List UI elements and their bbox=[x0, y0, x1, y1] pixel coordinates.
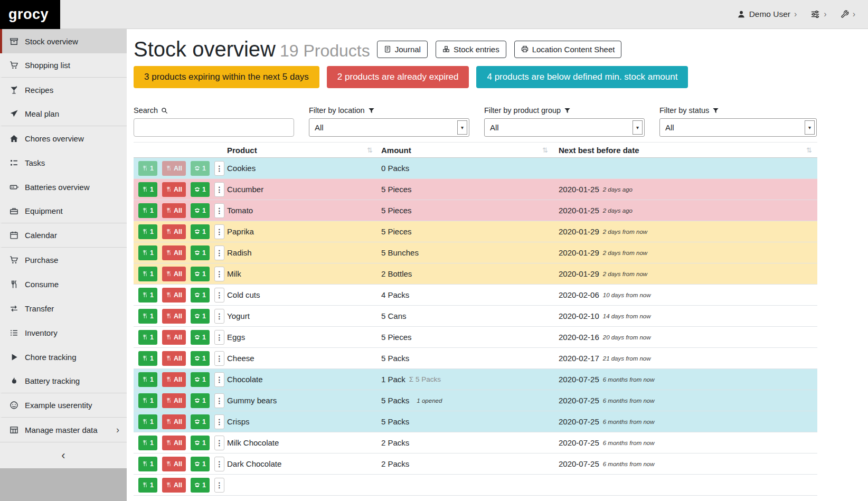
row-menu-button[interactable]: ⋮ bbox=[214, 267, 224, 281]
row-menu-button[interactable]: ⋮ bbox=[214, 203, 224, 218]
row-menu-button[interactable]: ⋮ bbox=[214, 224, 224, 239]
row-menu-button[interactable]: ⋮ bbox=[214, 309, 224, 324]
open-one-button[interactable]: 1 bbox=[191, 372, 210, 387]
sidebar-item[interactable]: Equipment bbox=[0, 199, 127, 223]
consume-all-button[interactable]: All bbox=[162, 182, 186, 197]
consume-one-button[interactable]: 1 bbox=[138, 288, 157, 303]
admin-menu[interactable]: › bbox=[841, 10, 855, 18]
consume-all-button[interactable]: All bbox=[162, 478, 186, 493]
sidebar-item[interactable]: Chores overview bbox=[0, 126, 127, 150]
consume-all-button[interactable]: All bbox=[162, 436, 186, 450]
open-one-button[interactable]: 1 bbox=[191, 267, 210, 281]
consume-one-button[interactable]: 1 bbox=[138, 161, 157, 176]
consume-all-button[interactable]: All bbox=[162, 203, 186, 218]
open-one-button[interactable]: 1 bbox=[191, 161, 210, 176]
row-menu-button[interactable]: ⋮ bbox=[214, 245, 224, 260]
open-one-button[interactable]: 1 bbox=[191, 351, 210, 366]
consume-one-button[interactable]: 1 bbox=[138, 267, 157, 281]
below-min-alert[interactable]: 4 products are below defined min. stock … bbox=[476, 66, 688, 88]
expired-alert[interactable]: 2 products are already expired bbox=[327, 66, 469, 88]
expiring-alert[interactable]: 3 products expiring within the next 5 da… bbox=[134, 66, 319, 88]
journal-button[interactable]: Journal bbox=[377, 41, 428, 58]
sidebar-item[interactable]: Manage master data › bbox=[0, 418, 127, 442]
sidebar-collapse-button[interactable]: ‹ bbox=[0, 442, 127, 468]
row-menu-button[interactable]: ⋮ bbox=[214, 288, 224, 303]
open-one-button[interactable]: 1 bbox=[191, 393, 210, 408]
open-one-button[interactable]: 1 bbox=[191, 245, 210, 260]
sidebar-item[interactable]: Transfer bbox=[0, 296, 127, 320]
consume-all-button[interactable]: All bbox=[162, 267, 186, 281]
row-menu-button[interactable]: ⋮ bbox=[214, 351, 224, 366]
consume-all-button[interactable]: All bbox=[162, 457, 186, 471]
consume-one-button[interactable]: 1 bbox=[138, 457, 157, 471]
column-header-product[interactable]: Product ⇅ bbox=[226, 146, 375, 155]
consume-one-button[interactable]: 1 bbox=[138, 372, 157, 387]
consume-all-button[interactable]: All bbox=[162, 245, 186, 260]
consume-all-button[interactable]: All bbox=[162, 224, 186, 239]
open-one-button[interactable]: 1 bbox=[191, 309, 210, 324]
consume-all-button[interactable]: All bbox=[162, 372, 186, 387]
sidebar-item[interactable]: Consume bbox=[0, 272, 127, 296]
open-one-button[interactable]: 1 bbox=[191, 288, 210, 303]
sidebar-item[interactable]: Recipes bbox=[0, 78, 127, 102]
column-header-amount[interactable]: Amount ⇅ bbox=[375, 146, 552, 155]
consume-all-button[interactable]: All bbox=[162, 309, 186, 324]
open-one-button[interactable]: 1 bbox=[191, 457, 210, 471]
open-one-button[interactable]: 1 bbox=[191, 436, 210, 450]
sidebar-item[interactable]: Shopping list bbox=[0, 53, 127, 78]
consume-one-button[interactable]: 1 bbox=[138, 245, 157, 260]
product-group-filter-select[interactable]: All ▾ bbox=[484, 118, 645, 137]
row-menu-button[interactable]: ⋮ bbox=[214, 478, 224, 493]
open-one-button[interactable]: 1 bbox=[191, 414, 210, 429]
sidebar-item[interactable]: Tasks bbox=[0, 150, 127, 175]
sidebar-item[interactable]: Purchase bbox=[0, 248, 127, 272]
consume-one-button[interactable]: 1 bbox=[138, 203, 157, 218]
row-menu-button[interactable]: ⋮ bbox=[214, 436, 224, 450]
sidebar-item[interactable]: Stock overview bbox=[0, 29, 127, 53]
consume-all-button[interactable]: All bbox=[162, 330, 186, 345]
open-one-button[interactable]: 1 bbox=[191, 182, 210, 197]
row-menu-button[interactable]: ⋮ bbox=[214, 330, 224, 345]
consume-one-button[interactable]: 1 bbox=[138, 414, 157, 429]
consume-all-button[interactable]: All bbox=[162, 393, 186, 408]
consume-one-button[interactable]: 1 bbox=[138, 393, 157, 408]
consume-all-button[interactable]: All bbox=[162, 161, 186, 176]
open-one-button[interactable]: 1 bbox=[191, 478, 210, 493]
consume-one-button[interactable]: 1 bbox=[138, 436, 157, 450]
consume-all-button[interactable]: All bbox=[162, 288, 186, 303]
consume-one-button[interactable]: 1 bbox=[138, 224, 157, 239]
location-filter-select[interactable]: All ▾ bbox=[309, 118, 469, 137]
row-menu-button[interactable]: ⋮ bbox=[214, 161, 224, 176]
open-one-button[interactable]: 1 bbox=[191, 224, 210, 239]
consume-all-button[interactable]: All bbox=[162, 351, 186, 366]
row-menu-button[interactable]: ⋮ bbox=[214, 414, 224, 429]
sidebar-item[interactable]: Chore tracking bbox=[0, 345, 127, 369]
consume-one-button[interactable]: 1 bbox=[138, 309, 157, 324]
consume-one-button[interactable]: 1 bbox=[138, 330, 157, 345]
open-one-button[interactable]: 1 bbox=[191, 330, 210, 345]
row-menu-button[interactable]: ⋮ bbox=[214, 182, 224, 197]
row-menu-button[interactable]: ⋮ bbox=[214, 393, 224, 408]
row-menu-button[interactable]: ⋮ bbox=[214, 457, 224, 471]
sidebar-item[interactable]: Battery tracking bbox=[0, 369, 127, 393]
sidebar-item[interactable]: Example userentity bbox=[0, 393, 127, 418]
consume-one-button[interactable]: 1 bbox=[138, 351, 157, 366]
stock-entries-button[interactable]: Stock entries bbox=[436, 41, 506, 58]
sidebar-item[interactable]: Inventory bbox=[0, 320, 127, 345]
search-input[interactable] bbox=[134, 118, 294, 137]
open-one-button[interactable]: 1 bbox=[191, 203, 210, 218]
settings-menu[interactable]: › bbox=[810, 10, 826, 19]
column-header-best-before[interactable]: Next best before date ⇅ bbox=[552, 146, 817, 155]
sidebar-item[interactable]: Batteries overview bbox=[0, 175, 127, 199]
consume-all-button[interactable]: All bbox=[162, 414, 186, 429]
main-content: Stock overview19 Products Journal Stock … bbox=[127, 29, 817, 496]
consume-one-button[interactable]: 1 bbox=[138, 182, 157, 197]
sidebar-item[interactable]: Meal plan bbox=[0, 102, 127, 126]
location-content-sheet-button[interactable]: Location Content Sheet bbox=[514, 41, 622, 58]
consume-one-button[interactable]: 1 bbox=[138, 478, 157, 493]
user-menu[interactable]: Demo User › bbox=[737, 10, 797, 19]
status-filter-select[interactable]: All ▾ bbox=[659, 118, 817, 137]
row-menu-button[interactable]: ⋮ bbox=[214, 372, 224, 387]
sidebar-item[interactable]: Calendar bbox=[0, 223, 127, 248]
app-logo[interactable]: grocy bbox=[0, 0, 60, 29]
